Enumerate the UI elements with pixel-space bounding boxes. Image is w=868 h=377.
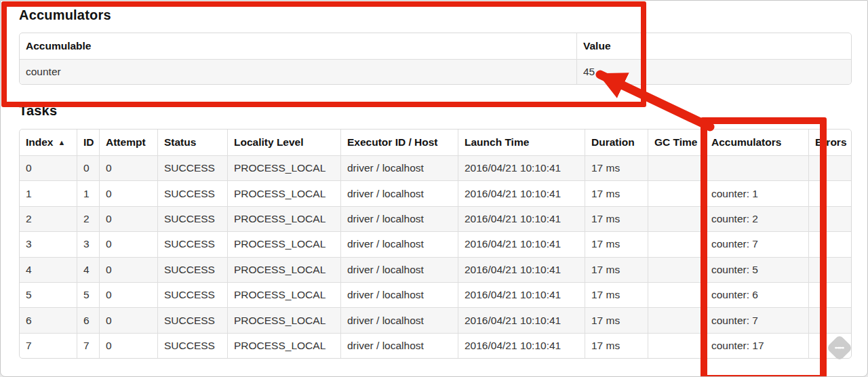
table-cell — [648, 180, 705, 205]
table-cell: 6 — [20, 307, 77, 332]
table-cell: SUCCESS — [157, 282, 227, 307]
table-cell: 17 ms — [585, 231, 648, 256]
table-cell: 2016/04/21 10:10:41 — [458, 206, 585, 231]
column-header-value: Value — [576, 33, 851, 59]
table-cell: counter: 2 — [705, 206, 808, 231]
column-header-status[interactable]: Status — [157, 130, 227, 155]
table-cell: 2016/04/21 10:10:41 — [458, 180, 585, 205]
table-cell: 45 — [576, 59, 851, 84]
column-header-gc-time[interactable]: GC Time — [648, 130, 705, 155]
table-cell: 17 ms — [585, 257, 648, 282]
table-cell: driver / localhost — [340, 231, 458, 256]
tasks-section-title: Tasks — [19, 102, 57, 119]
table-cell: 17 ms — [585, 333, 648, 358]
table-cell: SUCCESS — [157, 307, 227, 332]
table-cell: counter: 1 — [705, 180, 808, 205]
table-cell: PROCESS_LOCAL — [227, 206, 340, 231]
table-cell: SUCCESS — [157, 231, 227, 256]
table-cell: 7 — [77, 333, 99, 358]
table-cell: driver / localhost — [340, 206, 458, 231]
table-cell: counter: 7 — [705, 231, 808, 256]
table-cell: SUCCESS — [157, 155, 227, 180]
tasks-table: Index▲ ID Attempt Status Locality Level … — [19, 129, 852, 359]
table-cell — [705, 155, 808, 180]
column-header-accumulators[interactable]: Accumulators — [705, 130, 808, 155]
table-cell: 0 — [99, 282, 157, 307]
table-cell: 2 — [20, 206, 77, 231]
table-cell: 5 — [77, 282, 99, 307]
table-cell — [648, 155, 705, 180]
spark-stage-page: Accumulators Accumulable Value counter45… — [0, 0, 868, 377]
table-cell — [808, 257, 851, 282]
table-cell — [648, 333, 705, 358]
table-cell: counter: 5 — [705, 257, 808, 282]
table-cell: 3 — [77, 231, 99, 256]
table-cell: 4 — [77, 257, 99, 282]
table-cell: 2016/04/21 10:10:41 — [458, 231, 585, 256]
accumulators-header-row: Accumulable Value — [20, 33, 851, 59]
table-cell: driver / localhost — [340, 180, 458, 205]
table-cell: driver / localhost — [340, 333, 458, 358]
table-cell: 0 — [99, 257, 157, 282]
column-header-executor-id-host[interactable]: Executor ID / Host — [340, 130, 458, 155]
table-cell: 3 — [20, 231, 77, 256]
table-cell: PROCESS_LOCAL — [227, 282, 340, 307]
table-cell: 0 — [99, 155, 157, 180]
table-cell: PROCESS_LOCAL — [227, 180, 340, 205]
accumulators-section-title: Accumulators — [19, 7, 111, 23]
column-header-locality-level[interactable]: Locality Level — [227, 130, 340, 155]
table-row: 550SUCCESSPROCESS_LOCALdriver / localhos… — [20, 282, 851, 307]
table-cell — [648, 282, 705, 307]
column-header-duration[interactable]: Duration — [585, 130, 648, 155]
table-cell: 5 — [20, 282, 77, 307]
table-cell: SUCCESS — [157, 257, 227, 282]
table-cell: counter: 7 — [705, 307, 808, 332]
table-row: 660SUCCESSPROCESS_LOCALdriver / localhos… — [20, 307, 851, 332]
table-cell — [808, 307, 851, 332]
table-cell: 17 ms — [585, 282, 648, 307]
column-header-id[interactable]: ID — [77, 130, 99, 155]
table-cell: 17 ms — [585, 155, 648, 180]
table-cell: 2016/04/21 10:10:41 — [458, 333, 585, 358]
table-cell: 2016/04/21 10:10:41 — [458, 307, 585, 332]
table-cell: PROCESS_LOCAL — [227, 333, 340, 358]
column-header-errors[interactable]: Errors — [808, 130, 851, 155]
table-row: 000SUCCESSPROCESS_LOCALdriver / localhos… — [20, 155, 851, 180]
table-row: counter45 — [20, 59, 851, 84]
table-cell: 17 ms — [585, 206, 648, 231]
sort-ascending-icon: ▲ — [58, 138, 65, 146]
table-cell — [808, 206, 851, 231]
table-row: 220SUCCESSPROCESS_LOCALdriver / localhos… — [20, 206, 851, 231]
table-cell: counter — [20, 59, 576, 84]
table-row: 440SUCCESSPROCESS_LOCALdriver / localhos… — [20, 257, 851, 282]
table-cell: 4 — [20, 257, 77, 282]
table-cell: 0 — [77, 155, 99, 180]
table-cell: counter: 17 — [705, 333, 808, 358]
table-cell: SUCCESS — [157, 333, 227, 358]
table-cell — [648, 206, 705, 231]
table-cell: driver / localhost — [340, 257, 458, 282]
table-cell: driver / localhost — [340, 282, 458, 307]
column-header-accumulable: Accumulable — [20, 33, 576, 59]
table-cell: 7 — [20, 333, 77, 358]
table-cell — [808, 180, 851, 205]
column-header-attempt[interactable]: Attempt — [99, 130, 157, 155]
table-cell: 1 — [20, 180, 77, 205]
column-header-launch-time[interactable]: Launch Time — [458, 130, 585, 155]
table-cell: 2016/04/21 10:10:41 — [458, 155, 585, 180]
table-row: 770SUCCESSPROCESS_LOCALdriver / localhos… — [20, 333, 851, 358]
table-cell: SUCCESS — [157, 180, 227, 205]
table-cell: 0 — [99, 206, 157, 231]
table-cell — [648, 307, 705, 332]
table-cell: 1 — [77, 180, 99, 205]
table-cell: PROCESS_LOCAL — [227, 231, 340, 256]
table-cell: 2 — [77, 206, 99, 231]
table-row: 110SUCCESSPROCESS_LOCALdriver / localhos… — [20, 180, 851, 205]
table-row: 330SUCCESSPROCESS_LOCALdriver / localhos… — [20, 231, 851, 256]
column-header-index[interactable]: Index▲ — [20, 130, 77, 155]
table-cell: driver / localhost — [340, 155, 458, 180]
table-cell: 0 — [99, 180, 157, 205]
table-cell: driver / localhost — [340, 307, 458, 332]
table-cell — [648, 257, 705, 282]
table-cell — [648, 231, 705, 256]
